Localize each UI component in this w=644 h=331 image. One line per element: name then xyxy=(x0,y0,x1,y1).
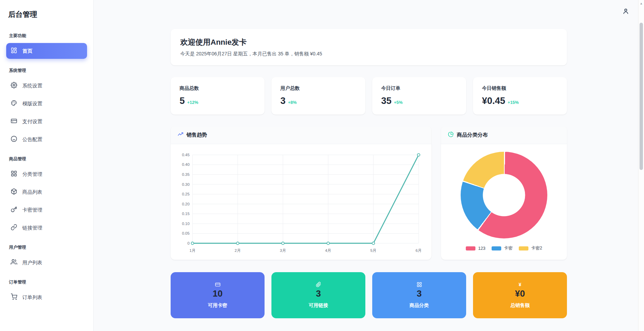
sidebar-item-label: 卡密管理 xyxy=(22,207,42,213)
app-title: 后台管理 xyxy=(8,10,85,19)
sidebar-item-label: 商品列表 xyxy=(22,189,42,195)
grid-icon xyxy=(11,170,17,178)
svg-text:0.25: 0.25 xyxy=(182,192,190,196)
legend-swatch xyxy=(519,246,528,250)
svg-text:4月: 4月 xyxy=(325,248,331,253)
legend-item[interactable]: 卡密2 xyxy=(519,245,542,251)
nav-section-label: 系统管理 xyxy=(9,68,84,74)
sales-trend-title: 销售趋势 xyxy=(186,132,207,138)
quick-card-product-categories[interactable]: 3 商品分类 xyxy=(372,272,466,318)
sidebar-item-label: 模版设置 xyxy=(22,100,42,107)
scrollbar-thumb[interactable] xyxy=(640,23,643,170)
sidebar-item-card-key-management[interactable]: 卡密管理 xyxy=(6,202,87,218)
sidebar-item-label: 公告配置 xyxy=(22,136,42,143)
sidebar-item-product-list[interactable]: 商品列表 xyxy=(6,184,87,200)
sidebar-item-label: 订单列表 xyxy=(22,294,42,301)
nav-section-orders: 订单管理 订单列表 xyxy=(6,279,87,305)
stat-card-today-orders: 今日订单 35 +5% xyxy=(372,77,466,115)
quick-card-total-sales[interactable]: ¥ ¥0 总销售额 xyxy=(473,272,567,318)
category-distribution-title: 商品分类分布 xyxy=(457,132,488,138)
svg-text:0.10: 0.10 xyxy=(182,222,190,226)
welcome-title: 欢迎使用Annie发卡 xyxy=(180,37,557,47)
nav-section-label: 主要功能 xyxy=(9,33,84,39)
legend-swatch xyxy=(466,246,475,250)
stat-change-badge: +8% xyxy=(288,100,297,105)
sidebar-item-label: 首页 xyxy=(22,48,32,54)
legend-item[interactable]: 123 xyxy=(466,246,485,251)
sidebar-item-label: 支付设置 xyxy=(22,118,42,125)
legend-swatch xyxy=(492,246,501,250)
legend-label: 123 xyxy=(478,246,485,251)
quick-label: 商品分类 xyxy=(410,302,429,309)
trending-up-icon xyxy=(178,131,183,139)
user-icon xyxy=(622,10,630,16)
stats-row: 商品总数 5 +12% 用户总数 3 +8% 今日订单 35 +5% xyxy=(171,77,567,115)
nav-section-label: 订单管理 xyxy=(9,279,84,285)
svg-text:0.20: 0.20 xyxy=(182,202,190,206)
donut-legend: 123卡密卡密2 xyxy=(466,245,542,251)
stat-label: 今日销售额 xyxy=(482,85,558,92)
user-avatar-button[interactable] xyxy=(622,8,630,17)
svg-text:5月: 5月 xyxy=(371,248,377,253)
sales-trend-chart[interactable]: 00.050.100.150.200.250.300.350.400.451月2… xyxy=(171,144,431,260)
category-distribution-card: 商品分类分布 123卡密卡密2 xyxy=(441,126,567,260)
sidebar-item-category-management[interactable]: 分类管理 xyxy=(6,166,87,182)
svg-text:2月: 2月 xyxy=(235,248,241,253)
quick-value: 3 xyxy=(417,288,421,299)
package-icon xyxy=(11,188,17,196)
vertical-scrollbar[interactable]: ▲ xyxy=(638,0,644,331)
pie-chart-icon xyxy=(448,131,454,139)
svg-text:0.05: 0.05 xyxy=(182,231,190,235)
sidebar-item-template-settings[interactable]: 模版设置 xyxy=(6,96,87,111)
scroll-up-arrow-icon[interactable]: ▲ xyxy=(638,2,644,5)
legend-item[interactable]: 卡密 xyxy=(492,245,513,251)
stat-card-today-sales: 今日销售额 ¥0.45 +15% xyxy=(473,77,567,115)
stat-label: 用户总数 xyxy=(280,85,356,92)
sidebar-item-home[interactable]: 首页 xyxy=(6,43,87,59)
stat-card-total-users: 用户总数 3 +8% xyxy=(271,77,365,115)
sidebar-item-payment-settings[interactable]: 支付设置 xyxy=(6,114,87,129)
users-icon xyxy=(11,259,17,266)
nav-section-products: 商品管理 分类管理 商品列表 卡密管理 链接管理 xyxy=(6,156,87,236)
stat-change-badge: +5% xyxy=(394,100,402,105)
svg-text:1月: 1月 xyxy=(190,248,196,253)
main-content: 欢迎使用Annie发卡 今天是 2025年06月27日 星期五，本月已售出 35… xyxy=(94,0,644,331)
welcome-card: 欢迎使用Annie发卡 今天是 2025年06月27日 星期五，本月已售出 35… xyxy=(171,29,567,65)
stat-label: 商品总数 xyxy=(180,85,256,92)
sidebar: 后台管理 主要功能 首页 系统管理 系统设置 模版设置 支付设置 公告配置 商品… xyxy=(0,0,94,331)
gear-icon xyxy=(11,82,17,89)
charts-row: 销售趋势 00.050.100.150.200.250.300.350.400.… xyxy=(171,126,567,260)
sidebar-item-label: 系统设置 xyxy=(22,83,42,89)
sidebar-item-system-settings[interactable]: 系统设置 xyxy=(6,78,87,94)
sidebar-item-user-list[interactable]: 用户列表 xyxy=(6,255,87,270)
palette-icon xyxy=(11,100,17,107)
quick-card-available-links[interactable]: 3 可用链接 xyxy=(271,272,365,318)
sales-trend-card: 销售趋势 00.050.100.150.200.250.300.350.400.… xyxy=(171,126,431,260)
link-icon xyxy=(11,224,17,232)
nav-section-users: 用户管理 用户列表 xyxy=(6,245,87,270)
stat-value: 35 xyxy=(381,96,391,106)
quick-value: 3 xyxy=(316,288,321,299)
sidebar-item-link-management[interactable]: 链接管理 xyxy=(6,220,87,236)
credit-card-icon xyxy=(215,281,221,288)
nav-section-system: 系统管理 系统设置 模版设置 支付设置 公告配置 xyxy=(6,68,87,147)
nav-section-label: 商品管理 xyxy=(9,156,84,162)
stat-label: 今日订单 xyxy=(381,85,457,92)
stat-value: ¥0.45 xyxy=(482,96,505,106)
legend-label: 卡密2 xyxy=(531,245,542,251)
sidebar-item-order-list[interactable]: 订单列表 xyxy=(6,289,87,305)
dashboard-grid-icon xyxy=(11,47,17,55)
sidebar-item-label: 分类管理 xyxy=(22,171,42,178)
nav-section-main: 主要功能 首页 xyxy=(6,33,87,59)
paperclip-icon xyxy=(316,281,321,288)
nav-section-label: 用户管理 xyxy=(9,245,84,250)
legend-label: 卡密 xyxy=(504,245,513,251)
sidebar-item-announcement-config[interactable]: 公告配置 xyxy=(6,131,87,147)
svg-text:3月: 3月 xyxy=(280,248,286,253)
svg-text:0.45: 0.45 xyxy=(182,153,190,157)
line-chart-svg: 00.050.100.150.200.250.300.350.400.451月2… xyxy=(178,150,425,257)
svg-text:6月: 6月 xyxy=(416,248,422,253)
quick-card-available-keys[interactable]: 10 可用卡密 xyxy=(171,272,265,318)
category-donut-chart[interactable] xyxy=(461,152,547,238)
quick-label: 总销售额 xyxy=(511,302,530,309)
